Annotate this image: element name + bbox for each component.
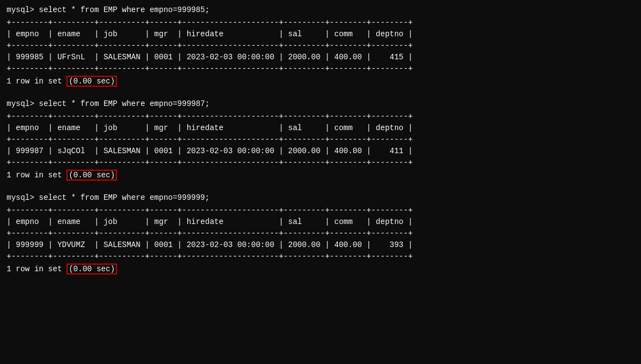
separator-bot-3: +--------+---------+----------+------+--… [7,251,634,262]
table-header-1: | empno | ename | job | mgr | hiredate |… [7,29,634,40]
separator-top-2: +--------+---------+----------+------+--… [7,111,634,122]
timing-highlight-3: (0.00 sec) [66,264,117,275]
prompt-line-2: mysql> select * from EMP where empno=999… [7,98,634,110]
separator-mid-2: +--------+---------+----------+------+--… [7,134,634,145]
timing-highlight-1: (0.00 sec) [66,76,117,87]
separator-top-1: +--------+---------+----------+------+--… [7,17,634,29]
separator-bot-1: +--------+---------+----------+------+--… [7,63,634,75]
table-row-2: | 999987 | sJqCOl | SALESMAN | 0001 | 20… [7,145,634,157]
result-line-2: 1 row in set (0.00 sec) [7,170,634,181]
prompt-line-1: mysql> select * from EMP where empno=999… [7,4,634,16]
separator-top-3: +--------+---------+----------+------+--… [7,205,634,216]
separator-mid-3: +--------+---------+----------+------+--… [7,228,634,239]
table-row-1: | 999985 | UFrSnL | SALESMAN | 0001 | 20… [7,52,634,63]
result-prefix-1: 1 row in set [7,77,66,86]
result-prefix-3: 1 row in set [7,265,66,273]
result-prefix-2: 1 row in set [7,171,66,180]
terminal-block-2: mysql> select * from EMP where empno=999… [7,98,634,190]
table-header-3: | empno | ename | job | mgr | hiredate |… [7,216,634,228]
terminal-block-1: mysql> select * from EMP where empno=999… [7,4,634,96]
timing-highlight-2: (0.00 sec) [66,170,117,181]
terminal-container: mysql> select * from EMP where empno=999… [7,4,634,275]
table-row-3: | 999999 | YDVUMZ | SALESMAN | 0001 | 20… [7,239,634,251]
terminal-block-3: mysql> select * from EMP where empno=999… [7,192,634,275]
result-line-1: 1 row in set (0.00 sec) [7,76,634,87]
table-header-2: | empno | ename | job | mgr | hiredate |… [7,122,634,134]
separator-mid-1: +--------+---------+----------+------+--… [7,40,634,52]
separator-bot-2: +--------+---------+----------+------+--… [7,157,634,169]
prompt-line-3: mysql> select * from EMP where empno=999… [7,192,634,204]
result-line-3: 1 row in set (0.00 sec) [7,264,634,275]
